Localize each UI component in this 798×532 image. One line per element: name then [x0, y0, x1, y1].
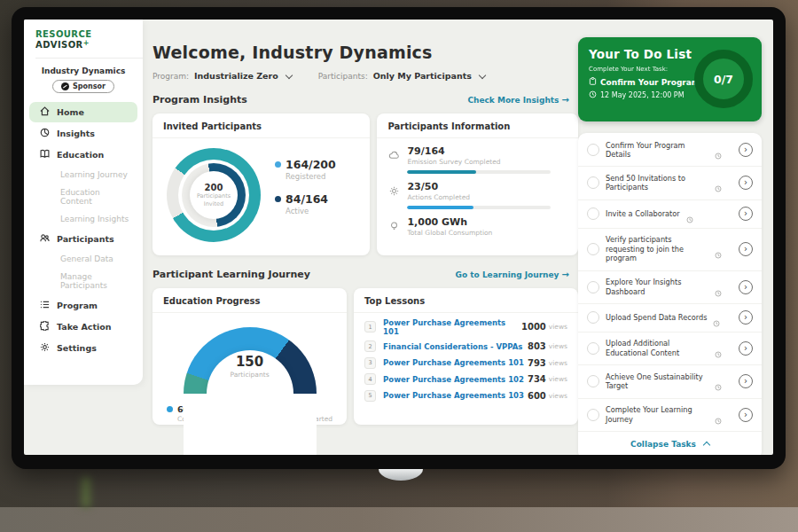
sidebar-item-settings[interactable]: Settings — [29, 338, 137, 358]
task-chevron-button[interactable]: › — [739, 374, 753, 388]
task-chevron-button[interactable]: › — [739, 341, 753, 356]
task-chevron-button[interactable]: › — [739, 310, 753, 325]
task-row[interactable]: Upload Additional Educational Content › — [578, 332, 762, 365]
sidebar-item-program[interactable]: Program — [29, 295, 137, 316]
lesson-row: 5 Power Purchase Agreements 103 600views — [354, 385, 578, 402]
task-checkbox[interactable] — [587, 281, 599, 293]
task-chevron-button[interactable]: › — [739, 176, 753, 190]
lesson-link[interactable]: Financial Considerations - VPPAs — [383, 342, 522, 351]
dashboard-screen: RESOURCE ADVISOR+ Industry Dynamics Spon… — [24, 20, 773, 455]
go-to-learning-journey-link[interactable]: Go to Learning Journey → — [456, 270, 569, 279]
todo-summary-card: Your To Do List Complete Your Next Task:… — [578, 37, 762, 121]
sidebar-item-take-action[interactable]: Take Action — [29, 317, 137, 337]
lesson-row: 4 Power Purchase Agreements 102 734views — [354, 369, 578, 386]
education-progress-gauge: 150 Participants — [184, 327, 317, 394]
task-checkbox[interactable] — [587, 207, 599, 220]
background-plant-blur — [82, 477, 90, 507]
program-insights-header: Program Insights Check More Insights → — [153, 94, 569, 106]
actions-icon — [388, 184, 400, 209]
card-title: Invited Participants — [153, 113, 370, 138]
section-title: Participant Learning Journey — [153, 269, 310, 280]
task-row[interactable]: Confirm Your Program Details › — [578, 134, 762, 167]
sidebar-item-learning-journey[interactable]: Learning Journey — [29, 166, 137, 184]
education-progress-card: Education Progress 150 Participants 60% … — [153, 288, 347, 425]
task-checkbox[interactable] — [587, 311, 599, 324]
gauge-center-label: 150 Participants — [184, 354, 317, 379]
task-chevron-button[interactable]: › — [739, 408, 753, 422]
task-row[interactable]: Verify participants requesting to join t… — [578, 229, 762, 271]
metric-actions-completed: 23/50 Actions Completed — [377, 174, 578, 209]
task-checkbox[interactable] — [587, 375, 599, 387]
lesson-row: 2 Financial Considerations - VPPAs 803vi… — [354, 336, 578, 353]
task-checkbox[interactable] — [587, 144, 599, 156]
lesson-link[interactable]: Power Purchase Agreements 101 — [383, 318, 521, 336]
page-title: Welcome, Industry Dynamics — [153, 43, 578, 62]
main-content: Welcome, Industry Dynamics Program: Indu… — [145, 20, 578, 455]
sponsor-icon — [61, 82, 69, 90]
task-row[interactable]: Complete Your Learning Journey › — [578, 399, 762, 432]
sidebar-item-education-content[interactable]: Education Content — [29, 184, 137, 210]
sidebar-item-education[interactable]: Education — [29, 145, 137, 165]
task-row[interactable]: Upload Spend Data Records › — [578, 304, 762, 332]
arrow-right-icon: → — [562, 270, 569, 279]
task-chevron-button[interactable]: › — [739, 280, 753, 294]
filter-bar: Program: Industrialize Zero Participants… — [153, 71, 578, 81]
settings-icon — [40, 342, 50, 354]
emission-icon — [388, 148, 400, 174]
rank-badge: 1 — [364, 321, 376, 332]
lesson-link[interactable]: Power Purchase Agreements 101 — [383, 358, 524, 367]
legend-dot — [167, 406, 173, 412]
task-row[interactable]: Achieve One Sustainability Target › — [578, 365, 762, 398]
lesson-row: 1 Power Purchase Agreements 101 1000view… — [354, 313, 578, 336]
lesson-link[interactable]: Power Purchase Agreements 103 — [383, 391, 524, 400]
sidebar-item-learning-insights[interactable]: Learning Insights — [29, 210, 137, 228]
task-checkbox[interactable] — [587, 409, 599, 421]
sidebar-item-participants[interactable]: Participants — [29, 229, 137, 249]
divider — [35, 58, 143, 59]
clock-icon — [715, 246, 722, 253]
participants-filter[interactable]: Participants: Only My Participants — [318, 71, 485, 81]
task-row[interactable]: Invite a Collaborator › — [578, 200, 762, 229]
task-row[interactable]: Send 50 Invitations to Participants › — [578, 167, 762, 200]
collapse-tasks-link[interactable]: Collapse Tasks — [578, 432, 762, 455]
top-lessons-card: Top Lessons 1 Power Purchase Agreements … — [354, 288, 578, 425]
sidebar-nav: Home Insights Education Learning Journey… — [24, 102, 143, 358]
todo-task-list: Confirm Your Program Details › Send 50 I… — [578, 133, 762, 455]
rank-badge: 5 — [364, 390, 376, 402]
emission-progress-bar — [407, 170, 551, 174]
learning-journey-header: Participant Learning Journey Go to Learn… — [153, 269, 569, 280]
sidebar-item-general-data[interactable]: General Data — [29, 250, 137, 268]
clock-icon — [713, 314, 720, 321]
lesson-link[interactable]: Power Purchase Agreements 102 — [383, 375, 524, 384]
monitor-bezel: RESOURCE ADVISOR+ Industry Dynamics Spon… — [12, 7, 786, 469]
task-checkbox[interactable] — [587, 243, 599, 255]
education-icon — [40, 149, 50, 160]
rank-badge: 2 — [364, 340, 376, 352]
task-chevron-button[interactable]: › — [739, 143, 753, 157]
legend-dot — [275, 161, 281, 168]
check-more-insights-link[interactable]: Check More Insights → — [467, 95, 569, 105]
arrow-right-icon: → — [562, 95, 569, 105]
monitor-stand — [379, 469, 423, 481]
task-chevron-button[interactable]: › — [739, 242, 753, 256]
sidebar-item-home[interactable]: Home — [29, 102, 137, 122]
clock-icon — [715, 345, 722, 352]
chevron-down-icon — [479, 71, 486, 78]
task-checkbox[interactable] — [587, 176, 599, 189]
sidebar-item-manage-participants[interactable]: Manage Participants — [29, 268, 137, 294]
todo-progress-ring: 0/7 — [694, 50, 753, 108]
lesson-row: 3 Power Purchase Agreements 101 793views — [354, 352, 578, 369]
task-chevron-button[interactable]: › — [739, 207, 753, 221]
clock-icon — [715, 179, 722, 186]
clipboard-icon — [589, 77, 597, 87]
program-filter[interactable]: Program: Industrialize Zero — [153, 71, 292, 81]
card-title: Education Progress — [153, 288, 347, 313]
task-checkbox[interactable] — [587, 342, 599, 355]
task-row[interactable]: Explore Your Insights Dashboard › — [578, 271, 762, 304]
metric-emission-survey: 79/164 Emission Survey Completed — [377, 138, 578, 174]
card-title: Top Lessons — [354, 288, 578, 313]
sponsor-badge[interactable]: Sponsor — [52, 80, 114, 93]
consumption-icon — [388, 219, 400, 237]
app-logo: RESOURCE ADVISOR+ — [24, 29, 143, 50]
sidebar-item-insights[interactable]: Insights — [29, 123, 137, 144]
